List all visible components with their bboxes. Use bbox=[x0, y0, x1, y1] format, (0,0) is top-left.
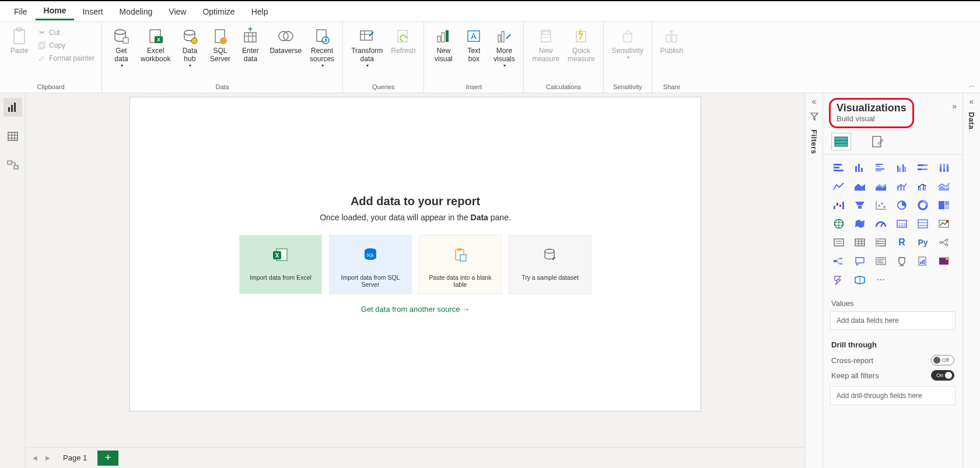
tab-modeling[interactable]: Modeling bbox=[111, 3, 160, 20]
tab-file[interactable]: File bbox=[6, 3, 36, 20]
smart-narrative-icon[interactable] bbox=[872, 254, 890, 269]
python-visual-icon[interactable]: Py bbox=[914, 235, 932, 250]
svg-rect-155 bbox=[920, 262, 921, 264]
data-expand-button[interactable]: « bbox=[970, 97, 974, 106]
refresh-button[interactable]: Refresh bbox=[387, 24, 419, 57]
svg-line-141 bbox=[942, 240, 946, 242]
sql-server-button[interactable]: SQL Server bbox=[205, 24, 235, 65]
tab-home[interactable]: Home bbox=[36, 2, 75, 20]
add-page-button[interactable]: + bbox=[97, 451, 118, 466]
filled-map-icon[interactable] bbox=[851, 216, 869, 231]
stacked-bar-chart-icon[interactable] bbox=[830, 160, 848, 175]
sample-dataset-card[interactable]: Try a sample dataset bbox=[509, 235, 592, 294]
drill-through-field-well[interactable]: Add drill-through fields here bbox=[830, 386, 956, 405]
r-visual-icon[interactable]: R bbox=[893, 235, 911, 250]
format-painter-label: Format painter bbox=[49, 54, 94, 62]
tab-help[interactable]: Help bbox=[243, 3, 276, 20]
clustered-column-chart-icon[interactable] bbox=[893, 160, 911, 175]
ribbon-chart-icon[interactable] bbox=[935, 179, 953, 194]
copy-button[interactable]: Copy bbox=[35, 40, 97, 51]
data-hub-button[interactable]: Data hub▾ bbox=[175, 24, 204, 71]
get-more-visuals-icon[interactable]: ⋯ bbox=[872, 272, 890, 287]
gauge-icon[interactable] bbox=[872, 216, 890, 231]
canvas-subtitle: Once loaded, your data will appear in th… bbox=[320, 213, 511, 222]
model-view-button[interactable] bbox=[4, 156, 22, 175]
treemap-icon[interactable] bbox=[935, 198, 953, 213]
dataverse-button[interactable]: Dataverse bbox=[266, 24, 305, 57]
tab-insert[interactable]: Insert bbox=[74, 3, 111, 20]
tab-view[interactable]: View bbox=[160, 3, 194, 20]
import-sql-card[interactable]: SQL Import data from SQL Server bbox=[329, 235, 412, 294]
publish-button[interactable]: Publish bbox=[657, 24, 687, 57]
donut-chart-icon[interactable] bbox=[914, 198, 932, 213]
text-box-button[interactable]: A Text box bbox=[459, 24, 488, 65]
stacked-column-chart-icon[interactable] bbox=[851, 160, 869, 175]
excel-workbook-button[interactable]: X Excel workbook bbox=[137, 24, 174, 65]
hundred-stacked-bar-icon[interactable] bbox=[914, 160, 932, 175]
get-data-button[interactable]: Get data▾ bbox=[107, 24, 136, 71]
svg-rect-98 bbox=[925, 186, 926, 191]
tab-optimize[interactable]: Optimize bbox=[194, 3, 243, 20]
svg-rect-126 bbox=[834, 239, 844, 246]
qa-visual-icon[interactable] bbox=[851, 254, 869, 269]
page-tab-1[interactable]: Page 1 bbox=[56, 451, 94, 465]
recent-sources-button[interactable]: Recent sources▾ bbox=[306, 24, 338, 71]
decomposition-tree-icon[interactable] bbox=[830, 254, 848, 269]
format-visual-tab[interactable] bbox=[867, 133, 887, 150]
map-icon[interactable] bbox=[830, 216, 848, 231]
scatter-chart-icon[interactable] bbox=[872, 198, 890, 213]
sensitivity-icon bbox=[618, 27, 637, 45]
power-apps-icon[interactable] bbox=[935, 254, 953, 269]
multi-row-card-icon[interactable] bbox=[914, 216, 932, 231]
line-stacked-column-icon[interactable] bbox=[893, 179, 911, 194]
import-excel-card[interactable]: X Import data from Excel bbox=[239, 235, 322, 294]
area-chart-icon[interactable] bbox=[851, 179, 869, 194]
matrix-icon[interactable] bbox=[872, 235, 890, 250]
build-visual-tab[interactable] bbox=[831, 133, 851, 150]
more-visuals-button[interactable]: More visuals▾ bbox=[489, 24, 519, 71]
clustered-bar-chart-icon[interactable] bbox=[872, 160, 890, 175]
funnel-chart-icon[interactable] bbox=[851, 198, 869, 213]
format-painter-button[interactable]: Format painter bbox=[35, 52, 97, 64]
cut-button[interactable]: ✂ Cut bbox=[35, 27, 97, 38]
key-influencers-icon[interactable] bbox=[935, 235, 953, 250]
transform-data-button[interactable]: Transform data▾ bbox=[348, 24, 386, 71]
quick-measure-button[interactable]: Quick measure bbox=[564, 24, 598, 65]
values-field-well[interactable]: Add data fields here bbox=[830, 311, 956, 330]
new-visual-button[interactable]: New visual bbox=[429, 24, 458, 65]
keep-all-filters-toggle[interactable]: On bbox=[931, 370, 954, 381]
card-icon[interactable]: 123 bbox=[893, 216, 911, 231]
filters-expand-button[interactable]: « bbox=[812, 97, 817, 106]
waterfall-chart-icon[interactable] bbox=[830, 198, 848, 213]
table-icon[interactable] bbox=[851, 235, 869, 250]
table-view-button[interactable] bbox=[4, 127, 22, 146]
line-chart-icon[interactable] bbox=[830, 179, 848, 194]
get-data-another-source-link[interactable]: Get data from another source → bbox=[361, 305, 470, 314]
sensitivity-button[interactable]: Sensitivity ▾ bbox=[608, 24, 647, 62]
enter-data-button[interactable]: + Enter data bbox=[236, 24, 265, 65]
stacked-area-chart-icon[interactable] bbox=[872, 179, 890, 194]
kpi-icon[interactable] bbox=[935, 216, 953, 231]
prev-page-button[interactable]: ◀ bbox=[30, 455, 40, 461]
pie-chart-icon[interactable] bbox=[893, 198, 911, 213]
viz-expand-button[interactable]: » bbox=[952, 98, 957, 111]
azure-map-icon[interactable] bbox=[851, 272, 869, 287]
power-automate-icon[interactable] bbox=[830, 272, 848, 287]
paginated-report-icon[interactable] bbox=[914, 254, 932, 269]
scissors-icon: ✂ bbox=[37, 28, 47, 37]
report-canvas[interactable]: Add data to your report Once loaded, you… bbox=[130, 97, 701, 411]
cross-report-toggle[interactable]: Off bbox=[931, 355, 954, 365]
next-page-button[interactable]: ▶ bbox=[43, 455, 52, 461]
svg-point-9 bbox=[184, 30, 195, 35]
slicer-icon[interactable] bbox=[830, 235, 848, 250]
svg-point-35 bbox=[543, 37, 544, 38]
ribbon-collapse-button[interactable]: ︿ bbox=[968, 80, 975, 90]
excel-icon: X bbox=[146, 27, 165, 45]
new-measure-button[interactable]: New measure bbox=[528, 24, 563, 65]
goals-icon[interactable] bbox=[893, 254, 911, 269]
paste-button[interactable]: Paste bbox=[5, 24, 34, 57]
paste-data-card[interactable]: Paste data into a blank table bbox=[419, 235, 502, 294]
hundred-stacked-column-icon[interactable] bbox=[935, 160, 953, 175]
line-clustered-column-icon[interactable] bbox=[914, 179, 932, 194]
report-view-button[interactable] bbox=[4, 98, 22, 117]
